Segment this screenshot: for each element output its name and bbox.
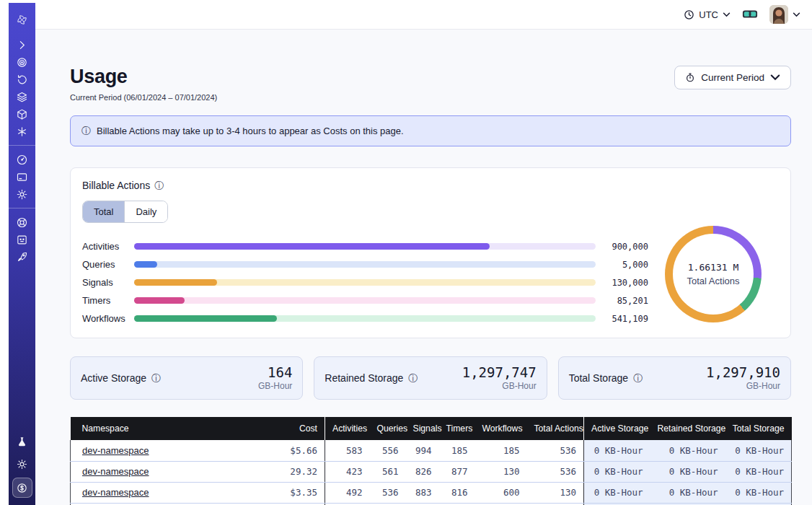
retained-storage-card: Retained Storageⓘ1,297,747GB-Hour [314, 356, 547, 400]
sidebar-divider [9, 208, 35, 208]
account-menu[interactable] [769, 5, 800, 24]
column-header-cost: Cost [276, 417, 325, 440]
clock-icon [684, 9, 694, 20]
cell-active-storage: 0 KB-Hour [584, 461, 650, 482]
storage-card-label-text: Retained Storage [325, 372, 403, 384]
gear-icon[interactable] [12, 185, 32, 203]
flask-icon[interactable] [12, 433, 32, 450]
cell-activities: 583 [325, 440, 370, 461]
collapse-chevron-icon[interactable] [12, 36, 32, 53]
bar-fill [134, 315, 277, 322]
cell-cost: $5.66 [276, 440, 325, 461]
cube-icon[interactable] [12, 105, 32, 123]
cell-active-storage: 0 KB-Hour [584, 482, 650, 503]
period-selector-button[interactable]: Current Period [674, 66, 791, 89]
billing-card-icon[interactable] [12, 168, 32, 185]
bar-label: Activities [82, 241, 134, 252]
table-row: dev-namespace29.324235618268771305360 KB… [71, 461, 792, 482]
cell-retained-storage: 0 KB-Hour [650, 461, 725, 482]
rocket-icon[interactable] [12, 248, 32, 265]
cell-activities: 492 [325, 482, 370, 503]
table-head: NamespaceCostActivitiesQueriesSignalsTim… [71, 417, 792, 440]
cell-timers: 185 [439, 440, 475, 461]
column-header-queries: Queries [370, 417, 406, 440]
info-icon: ⓘ [633, 374, 643, 383]
sidebar-divider [9, 145, 35, 146]
namespaces-icon[interactable] [12, 53, 32, 71]
cell-workflows: 130 [475, 461, 527, 482]
namespace-link[interactable]: dev-namespace [82, 445, 149, 456]
storage-card-label-text: Total Storage [569, 372, 629, 384]
storage-card-value-block: 1,297,747GB-Hour [462, 365, 537, 391]
page-header: Usage Current Period (06/01/2024 – 07/01… [70, 66, 791, 102]
bar-row-timers: Timers85,201 [82, 291, 659, 309]
cell-queries: 561 [370, 461, 406, 482]
cell-active-storage: 0 KB-Hour [584, 440, 650, 461]
timezone-label: UTC [699, 9, 718, 20]
chevron-down-icon [770, 72, 780, 83]
bar-value: 541,109 [603, 314, 648, 324]
billable-actions-tabs: TotalDaily [82, 201, 168, 223]
bar-track [134, 315, 596, 322]
usage-dollar-icon[interactable] [12, 478, 32, 498]
cell-total-actions: 536 [527, 440, 584, 461]
bar-label: Workflows [82, 313, 134, 324]
column-header-total-actions: Total Actions [527, 417, 584, 440]
cell-signals: 883 [406, 482, 439, 503]
bar-label: Timers [82, 295, 134, 306]
storage-card-unit: GB-Hour [462, 381, 537, 391]
cell-retained-storage: 0 KB-Hour [650, 482, 725, 503]
chevron-down-icon [793, 12, 800, 17]
stopwatch-icon [685, 72, 695, 83]
topbar: UTC [35, 0, 812, 30]
total-storage-card: Total Storageⓘ1,297,910GB-Hour [558, 356, 791, 400]
cell-total-actions: 536 [527, 461, 584, 482]
storage-summary-row: Active Storageⓘ164GB-HourRetained Storag… [70, 356, 791, 400]
layers-icon[interactable] [12, 88, 32, 105]
bar-fill [134, 243, 490, 250]
tab-total[interactable]: Total [83, 201, 124, 222]
feedback-icon[interactable] [12, 231, 32, 248]
namespace-link[interactable]: dev-namespace [82, 466, 149, 477]
bar-value: 900,000 [603, 242, 648, 252]
cell-total-actions: 130 [527, 482, 584, 503]
asterisk-icon[interactable] [12, 123, 32, 140]
theme-sun-icon[interactable] [12, 455, 32, 473]
storage-card-value: 1,297,910 [706, 365, 780, 380]
temporal-logo-icon[interactable] [12, 9, 32, 30]
bar-track [134, 243, 596, 250]
period-selector-label: Current Period [701, 72, 764, 83]
storage-card-value-block: 1,297,910GB-Hour [706, 365, 780, 391]
bar-label: Signals [82, 277, 134, 288]
cell-retained-storage: 0 KB-Hour [650, 440, 725, 461]
bar-fill [134, 297, 185, 304]
page-title: Usage [70, 66, 217, 88]
cell-total-storage: 0 KB-Hour [725, 482, 792, 503]
cell-timers: 816 [439, 482, 475, 503]
info-icon: ⓘ [81, 126, 91, 136]
gauge-icon[interactable] [12, 151, 32, 168]
bar-row-signals: Signals130,000 [82, 273, 659, 291]
column-header-timers: Timers [439, 417, 475, 440]
goggles-icon[interactable] [742, 8, 758, 21]
sidebar [9, 3, 35, 505]
cell-signals: 994 [406, 440, 439, 461]
avatar[interactable] [769, 5, 788, 24]
bar-label: Queries [82, 259, 134, 270]
sidebar-bottom-group [12, 433, 32, 498]
namespace-usage-table: NamespaceCostActivitiesQueriesSignalsTim… [70, 417, 792, 505]
table-row: dev-namespace$3.354925368838166001300 KB… [71, 482, 792, 503]
history-icon[interactable] [12, 71, 32, 88]
timezone-selector[interactable]: UTC [684, 9, 731, 20]
bar-value: 5,000 [603, 260, 648, 270]
namespace-link[interactable]: dev-namespace [82, 487, 149, 498]
cell-signals: 826 [406, 461, 439, 482]
tab-daily[interactable]: Daily [124, 201, 167, 222]
info-banner-text: Billable Actions may take up to 3-4 hour… [97, 126, 404, 136]
info-icon: ⓘ [408, 374, 418, 383]
cell-cost: $3.35 [276, 482, 325, 503]
billable-actions-title: Billable Actions [82, 180, 150, 191]
bar-fill [134, 261, 157, 268]
storage-card-value: 164 [258, 365, 292, 380]
support-lifebuoy-icon[interactable] [12, 214, 32, 231]
